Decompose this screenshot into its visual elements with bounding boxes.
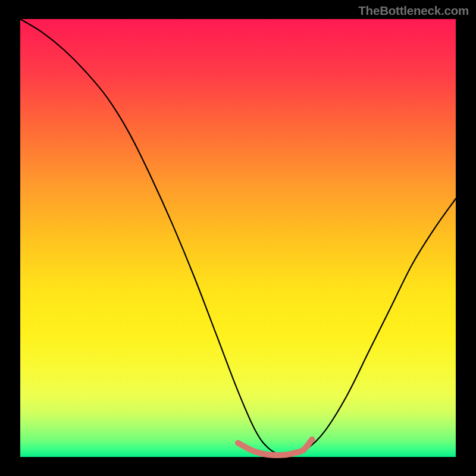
gradient-plot-area: [20, 19, 456, 457]
main-curve: [20, 19, 456, 456]
chart-svg: [20, 19, 456, 457]
accent-curve: [238, 440, 312, 455]
watermark-text: TheBottleneck.com: [358, 4, 469, 18]
